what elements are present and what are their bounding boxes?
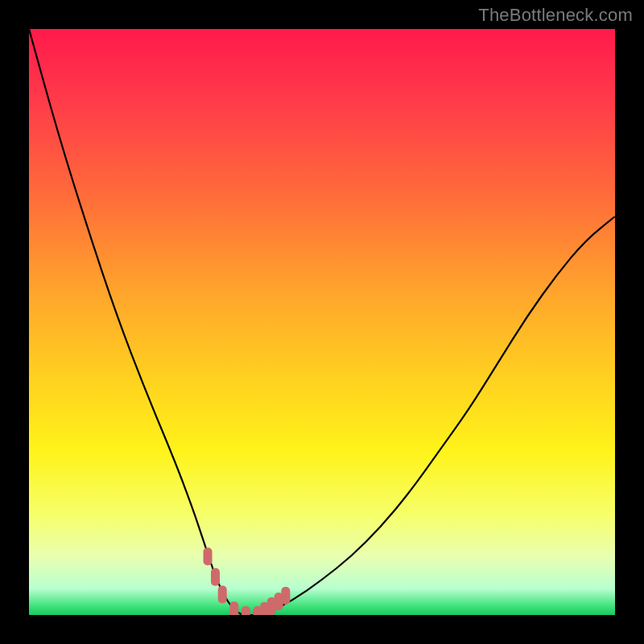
marker-dot <box>242 606 250 615</box>
chart-frame: TheBottleneck.com <box>0 0 644 644</box>
watermark-text: TheBottleneck.com <box>478 5 633 26</box>
marker-dot <box>211 568 220 586</box>
heat-gradient-bg <box>29 29 615 615</box>
marker-dot <box>218 586 227 604</box>
marker-dot <box>229 601 238 615</box>
bottleneck-chart <box>29 29 615 615</box>
plot-area <box>29 29 615 615</box>
marker-dot <box>281 587 290 605</box>
marker-dot <box>204 547 213 565</box>
